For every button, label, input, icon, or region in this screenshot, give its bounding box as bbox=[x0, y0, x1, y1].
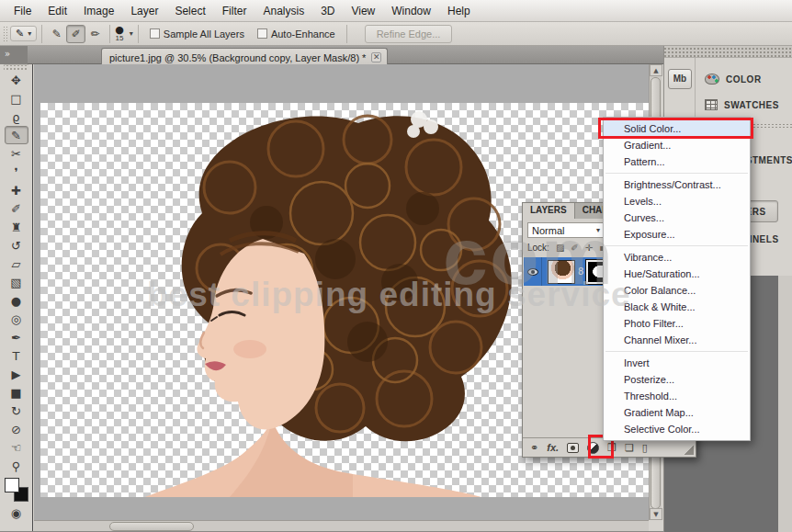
brush-icon: ✐ bbox=[11, 203, 21, 215]
menu-item-threshold[interactable]: Threshold... bbox=[604, 388, 750, 404]
auto-enhance-checkbox[interactable] bbox=[257, 28, 267, 39]
menu-item-gradient-map[interactable]: Gradient Map... bbox=[604, 404, 750, 421]
toolbox-grip[interactable] bbox=[4, 64, 28, 71]
menu-image[interactable]: Image bbox=[75, 1, 122, 21]
add-to-selection-button[interactable]: ✐ bbox=[66, 25, 85, 43]
photo-woman-curly-hair bbox=[92, 103, 528, 497]
quick-selection-tool[interactable]: ✎ bbox=[5, 126, 28, 144]
dodge-tool[interactable]: ◎ bbox=[5, 310, 28, 328]
auto-enhance-label: Auto-Enhance bbox=[271, 28, 335, 40]
menu-view[interactable]: View bbox=[343, 1, 383, 21]
move-tool[interactable]: ✥ bbox=[5, 71, 28, 89]
brush-size-picker[interactable]: ● 15 bbox=[115, 25, 124, 42]
color-panel-button[interactable]: COLOR bbox=[697, 68, 792, 90]
dock-header-grip[interactable] bbox=[664, 46, 792, 58]
mini-bridge-button[interactable]: Mb bbox=[668, 69, 692, 89]
scroll-down-icon[interactable]: ▼ bbox=[650, 508, 662, 520]
toolbox-collapse-button[interactable]: » bbox=[0, 46, 28, 64]
menu-analysis[interactable]: Analysis bbox=[255, 1, 312, 21]
layer-mask-link-icon[interactable]: 8 bbox=[578, 267, 583, 277]
close-icon[interactable]: ✕ bbox=[371, 52, 381, 62]
layer-visibility-toggle[interactable] bbox=[524, 257, 542, 286]
quick-mask-icon: ◉ bbox=[11, 507, 21, 519]
subtract-from-selection-button[interactable]: ✏ bbox=[85, 25, 105, 43]
type-tool[interactable]: T bbox=[5, 346, 28, 365]
new-group-icon[interactable]: ❒ bbox=[607, 443, 617, 453]
zoom-tool[interactable]: ⚲ bbox=[5, 457, 28, 475]
lasso-tool[interactable]: ϱ bbox=[5, 108, 28, 126]
crop-tool[interactable]: ✂ bbox=[5, 144, 28, 163]
menu-file[interactable]: File bbox=[6, 1, 40, 21]
menu-item-exposure[interactable]: Exposure... bbox=[604, 226, 750, 243]
document-tab[interactable]: picture1.jpg @ 30.5% (Background copy, L… bbox=[101, 48, 388, 64]
history-brush-icon: ↺ bbox=[11, 240, 21, 252]
rotate-3d-tool[interactable]: ↻ bbox=[5, 402, 28, 420]
path-selection-tool[interactable]: ▶ bbox=[5, 365, 28, 383]
menu-item-color-balance[interactable]: Color Balance... bbox=[604, 282, 750, 299]
quick-mask-button[interactable]: ◉ bbox=[5, 504, 28, 522]
delete-layer-icon[interactable]: ▯ bbox=[642, 443, 648, 453]
panel-resize-grip[interactable] bbox=[685, 446, 694, 455]
menu-item-gradient[interactable]: Gradient... bbox=[604, 137, 750, 153]
brush-tool[interactable]: ✐ bbox=[5, 199, 28, 218]
new-selection-button[interactable]: ✎ bbox=[47, 25, 66, 43]
menu-3d[interactable]: 3D bbox=[312, 1, 343, 21]
chevron-down-icon[interactable]: ▾ bbox=[130, 30, 133, 38]
menu-item-brightness-contrast[interactable]: Brightness/Contrast... bbox=[604, 176, 750, 193]
tool-preset-picker[interactable]: ✎ ▾ bbox=[10, 26, 37, 41]
eyedropper-tool[interactable]: ❜ bbox=[5, 163, 28, 181]
clone-stamp-tool[interactable]: ♜ bbox=[5, 218, 28, 236]
blur-tool[interactable]: ● bbox=[5, 291, 28, 310]
menu-item-photo-filter[interactable]: Photo Filter... bbox=[604, 315, 750, 332]
foreground-color-swatch[interactable] bbox=[5, 478, 19, 492]
gradient-tool[interactable]: ▧ bbox=[5, 273, 28, 291]
menu-item-channel-mixer[interactable]: Channel Mixer... bbox=[604, 332, 750, 348]
menu-item-posterize[interactable]: Posterize... bbox=[604, 371, 750, 388]
pen-tool[interactable]: ✒ bbox=[5, 328, 28, 346]
menu-item-solid-color[interactable]: Solid Color... bbox=[604, 120, 750, 137]
options-separator bbox=[41, 25, 42, 43]
menu-item-black-white[interactable]: Black & White... bbox=[604, 299, 750, 315]
refine-edge-button[interactable]: Refine Edge... bbox=[365, 25, 453, 43]
swatches-panel-button[interactable]: SWATCHES bbox=[697, 94, 792, 116]
layer-style-fx-icon[interactable]: fx. bbox=[547, 442, 559, 453]
menu-item-selective-color[interactable]: Selective Color... bbox=[604, 421, 750, 437]
menu-layer[interactable]: Layer bbox=[122, 1, 166, 21]
rectangle-tool[interactable]: ■ bbox=[5, 383, 28, 402]
menu-item-levels[interactable]: Levels... bbox=[604, 193, 750, 209]
menu-help[interactable]: Help bbox=[439, 1, 479, 21]
new-adjustment-layer-icon[interactable] bbox=[587, 442, 599, 454]
eraser-tool[interactable]: ▱ bbox=[5, 255, 28, 273]
add-layer-mask-icon[interactable] bbox=[567, 443, 579, 453]
blur-icon: ● bbox=[11, 295, 21, 307]
menu-filter[interactable]: Filter bbox=[214, 1, 255, 21]
scroll-up-icon[interactable]: ▲ bbox=[650, 64, 662, 76]
layer-thumbnail[interactable] bbox=[548, 260, 575, 284]
menu-window[interactable]: Window bbox=[383, 1, 439, 21]
spot-healing-brush-tool[interactable]: ✚ bbox=[5, 181, 28, 199]
lock-position-icon[interactable]: ✛ bbox=[585, 243, 593, 253]
menu-item-curves[interactable]: Curves... bbox=[604, 209, 750, 226]
sample-all-layers-checkbox[interactable] bbox=[150, 28, 160, 39]
double-chevron-icon: » bbox=[5, 50, 10, 59]
toolbox: ✥ □ ϱ ✎ ✂ ❜ ✚ ✐ ♜ ↺ ▱ ▧ ● ◎ ✒ T ▶ ■ ↻ ⊘ … bbox=[0, 64, 33, 532]
tab-layers[interactable]: LAYERS bbox=[523, 203, 574, 219]
history-brush-tool[interactable]: ↺ bbox=[5, 236, 28, 255]
menu-item-vibrance[interactable]: Vibrance... bbox=[604, 249, 750, 266]
lasso-icon: ϱ bbox=[12, 111, 19, 123]
menu-item-invert[interactable]: Invert bbox=[604, 355, 750, 371]
menu-select[interactable]: Select bbox=[166, 1, 213, 21]
new-layer-icon[interactable]: ❏ bbox=[625, 443, 634, 453]
horizontal-scrollbar-thumb[interactable] bbox=[109, 522, 194, 531]
menu-edit[interactable]: Edit bbox=[40, 1, 75, 21]
rectangular-marquee-tool[interactable]: □ bbox=[5, 89, 28, 108]
hand-tool[interactable]: ☜ bbox=[5, 438, 28, 457]
menu-item-pattern[interactable]: Pattern... bbox=[604, 153, 750, 170]
swatches-grid-icon bbox=[705, 99, 718, 110]
menu-item-hue-saturation[interactable]: Hue/Saturation... bbox=[604, 266, 750, 282]
orbit-3d-tool[interactable]: ⊘ bbox=[5, 420, 28, 438]
link-layers-icon[interactable]: ⚭ bbox=[530, 443, 538, 453]
blend-mode-select[interactable]: Normal ▾ bbox=[527, 222, 605, 238]
lock-pixels-icon[interactable]: ✐ bbox=[571, 243, 578, 253]
lock-transparency-icon[interactable]: ▨ bbox=[556, 243, 564, 253]
